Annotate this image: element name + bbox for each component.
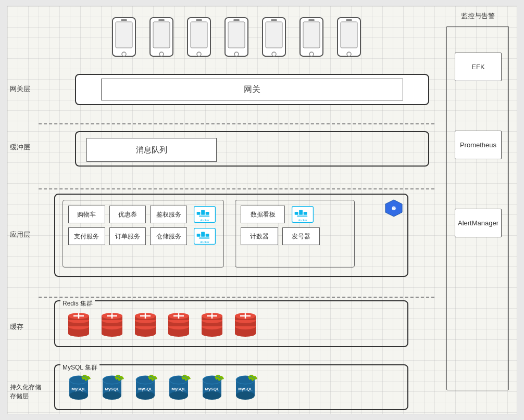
redis-icon-1 [66,312,92,338]
mysql-icon-5: MySQL [199,375,225,403]
svg-text:docker: docker [298,219,307,222]
service-row-1: 购物车 优惠券 鉴权服务 dock [67,205,219,224]
gateway-text: 网关 [244,84,260,95]
svg-rect-23 [308,19,315,21]
mobile-device-2 [148,17,175,61]
service-row-2: 支付服务 订单服务 仓储服务 docker [67,226,219,246]
buffer-layer: 缓冲层 消息队列 [39,131,434,178]
cache-label: 缓存 [10,322,23,332]
mysql-icon-2: MySQL [99,375,125,403]
svg-rect-1 [116,22,132,48]
svg-rect-13 [228,22,245,48]
docker-icon-3: docker [289,206,316,223]
svg-rect-9 [191,22,207,48]
svg-rect-40 [199,237,209,239]
mobile-device-3 [185,17,213,61]
main-area: 网关层 网关 缓冲层 消息队列 应用层 [39,11,440,407]
dashed-divider-2 [39,188,434,189]
svg-rect-37 [197,234,201,237]
service-payment: 支付服务 [68,227,105,245]
k8s-badge: ⎈ [384,199,403,218]
redis-icon-4 [166,312,192,338]
service-coupon: 优惠券 [109,206,146,223]
redis-icon-3 [132,312,158,338]
svg-rect-15 [233,19,240,21]
monitoring-container: EFK Prometheus AlertManager [446,26,509,390]
svg-rect-17 [266,22,282,48]
service-id-gen: 发号器 [282,227,320,245]
cache-title: Redis 集群 [60,299,95,308]
svg-text:MySQL: MySQL [205,387,219,391]
mysql-icon-1: MySQL [66,375,92,403]
mysql-icon-3: MySQL [132,375,158,403]
svg-rect-39 [206,234,209,237]
svg-rect-32 [201,210,205,215]
buffer-label: 缓冲层 [10,143,30,152]
svg-rect-19 [271,19,277,21]
service-warehouse: 仓储服务 [150,227,187,245]
mysql-icon-4: MySQL [166,375,192,403]
docker-icon-1: docker [191,206,218,223]
svg-text:MySQL: MySQL [138,387,153,391]
buffer-inner: 消息队列 [86,138,217,162]
svg-rect-44 [299,210,303,215]
svg-text:docker: docker [200,240,209,244]
app-layer: 应用层 ⎈ 购物车 优惠券 鉴权服务 [39,194,434,290]
service-auth: 鉴权服务 [150,206,187,223]
mobile-device-7 [335,17,363,61]
service-order: 订单服务 [109,227,146,245]
gateway-inner: 网关 [101,79,403,100]
svg-rect-25 [341,22,357,48]
svg-rect-46 [297,215,307,217]
svg-point-104 [69,391,88,400]
cache-layer: 缓存 Redis 集群 [39,300,434,358]
svg-rect-38 [201,232,205,237]
service-dashboard: 数据看板 [241,206,285,223]
storage-layer: 持久化存储 存储层 MySQL 集群 [39,364,434,416]
svg-rect-11 [196,19,202,21]
app-label: 应用层 [10,230,30,239]
monitoring-title: 监控与告警 [444,11,511,21]
mobile-device-1 [110,17,138,61]
redis-icon-6 [232,312,258,338]
svg-rect-3 [121,19,127,21]
cache-outer: Redis 集群 [54,300,408,347]
monitoring-alertmanager: AlertManager [455,209,502,237]
monitoring-prometheus: Prometheus [455,131,502,159]
devices-row [39,17,434,61]
dashed-divider-1 [39,123,434,124]
storage-icons-row: MySQL MySQL [66,375,258,403]
svg-point-109 [103,391,121,400]
svg-rect-7 [158,19,165,21]
mobile-device-5 [260,17,288,61]
svg-text:MySQL: MySQL [238,387,253,391]
gateway-layer: 网关层 网关 [39,74,434,116]
storage-outer: MySQL 集群 [54,364,408,410]
gateway-label: 网关层 [10,84,30,94]
svg-point-114 [136,391,155,400]
buffer-outer: 消息队列 [75,131,429,167]
svg-point-129 [236,391,255,400]
mysql-icon-6: MySQL [232,375,258,403]
storage-title: MySQL 集群 [60,363,99,372]
svg-text:MySQL: MySQL [105,387,119,391]
svg-rect-31 [197,212,201,215]
svg-text:docker: docker [200,219,209,222]
svg-rect-34 [199,215,209,217]
svg-text:MySQL: MySQL [171,387,186,391]
service-shopping-cart: 购物车 [68,206,105,223]
svg-point-124 [203,391,221,400]
svg-text:⎈: ⎈ [392,204,396,212]
service-counter: 计数器 [241,227,278,245]
redis-icon-2 [99,312,125,338]
service-group-right: 数据看板 docker [235,200,355,268]
svg-rect-5 [153,22,170,48]
service-row-4: 计数器 发号器 [240,226,350,246]
docker-icon-2: docker [191,227,218,245]
svg-rect-33 [206,212,209,215]
svg-text:MySQL: MySQL [71,387,86,391]
redis-icon-5 [199,312,225,338]
svg-rect-43 [295,212,298,215]
mobile-device-4 [223,17,250,61]
service-group-left: 购物车 优惠券 鉴权服务 dock [63,200,224,268]
